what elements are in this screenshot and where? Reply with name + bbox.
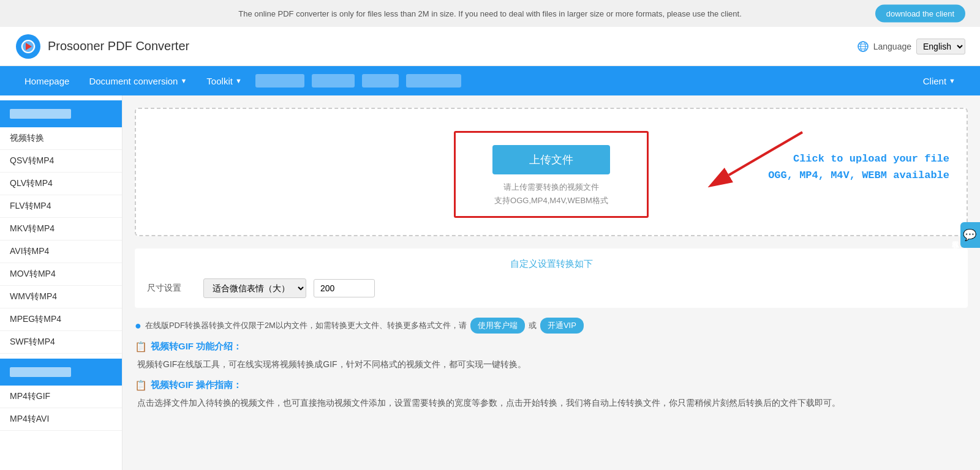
nav-document-conversion[interactable]: Document conversion ▼ (79, 66, 197, 95)
nav-blurred-4[interactable] (406, 74, 461, 88)
red-outline-box: 上传文件 请上传需要转换的视频文件 支持OGG,MP4,M4V,WEBM格式 (454, 131, 649, 218)
size-value-input[interactable] (314, 279, 375, 297)
sidebar-item-flv-mp4[interactable]: FLV转MP4 (0, 195, 122, 218)
notice-bar: ● 在线版PDF转换器转换文件仅限于2M以内文件，如需转换更大文件、转换更多格式… (135, 318, 968, 334)
globe-icon (858, 41, 869, 52)
feature2-desc: 点击选择文件加入待转换的视频文件，也可直接拖动视频文件添加，设置需要转换的宽度等… (135, 396, 968, 411)
nav-document-conversion-arrow: ▼ (180, 77, 187, 84)
sidebar-item-video-conversion[interactable]: 视频转换 (0, 127, 122, 150)
upload-hint1: 请上传需要转换的视频文件 (492, 182, 610, 193)
navbar: Homepage Document conversion ▼ Toolkit ▼… (0, 66, 980, 95)
feature1-desc: 视频转GIF在线版工具，可在线实现将视频转换成GIF，针对不同格式的视频文件，都… (135, 357, 968, 372)
feature2-icon: 📋 (135, 379, 147, 391)
language-selector: Language English 中文 (858, 39, 965, 54)
notice-dot: ● (135, 319, 141, 332)
size-label: 尺寸设置 (147, 283, 196, 294)
nav-client[interactable]: Client ▼ (913, 66, 965, 95)
sidebar-header-blurred (10, 109, 71, 119)
main-layout: 视频转换 QSV转MP4 QLV转MP4 FLV转MP4 MKV转MP4 AVI… (0, 95, 980, 470)
sidebar-item-mkv-mp4[interactable]: MKV转MP4 (0, 218, 122, 241)
language-label: Language (873, 42, 911, 51)
nav-blurred-2[interactable] (312, 74, 355, 88)
feature1-icon: 📋 (135, 341, 147, 352)
language-select[interactable]: English 中文 (916, 39, 965, 54)
nav-homepage[interactable]: Homepage (15, 66, 79, 95)
sidebar-item-mp4-avi[interactable]: MP4转AVI (0, 408, 122, 431)
banner-message: The online PDF converter is only for fil… (238, 9, 742, 18)
sidebar-item-mov-mp4[interactable]: MOV转MP4 (0, 263, 122, 286)
upload-box: 上传文件 请上传需要转换的视频文件 支持OGG,MP4,M4V,WEBM格式 (135, 108, 968, 236)
chat-widget[interactable]: 💬 在线客服 (960, 222, 980, 248)
sidebar-item-mpeg-mp4[interactable]: MPEG转MP4 (0, 308, 122, 331)
logo-icon (15, 33, 42, 60)
logo-text: Prosooner PDF Converter (48, 39, 189, 53)
settings-row: 尺寸设置 适合微信表情（大） (147, 278, 956, 298)
sidebar-item-qlv-mp4[interactable]: QLV转MP4 (0, 173, 122, 195)
upload-hint2: 支持OGG,MP4,M4V,WEBM格式 (492, 195, 610, 206)
notice-text: 在线版PDF转换器转换文件仅限于2M以内文件，如需转换更大文件、转换更多格式文件… (145, 320, 467, 331)
chat-icon: 💬 (963, 228, 976, 242)
sidebar-bottom-blurred (10, 367, 71, 377)
header: Prosooner PDF Converter Language English… (0, 27, 980, 66)
client-button[interactable]: 使用客户端 (470, 318, 525, 334)
notice-or: 或 (529, 320, 537, 331)
upload-annotation-container: 上传文件 请上传需要转换的视频文件 支持OGG,MP4,M4V,WEBM格式 (135, 108, 968, 236)
logo: Prosooner PDF Converter (15, 33, 189, 60)
sidebar-bottom-header (0, 359, 122, 386)
sidebar-top-header (0, 100, 122, 127)
feature1-section: 📋 视频转GIF 功能介绍： 视频转GIF在线版工具，可在线实现将视频转换成GI… (135, 341, 968, 372)
nav-blurred-3[interactable] (362, 74, 399, 88)
sidebar-item-avi-mp4[interactable]: AVI转MP4 (0, 241, 122, 263)
feature2-section: 📋 视频转GIF 操作指南： 点击选择文件加入待转换的视频文件，也可直接拖动视频… (135, 379, 968, 411)
feature2-title: 📋 视频转GIF 操作指南： (135, 379, 968, 391)
download-client-button[interactable]: download the client (875, 5, 965, 23)
upload-button[interactable]: 上传文件 (492, 145, 610, 174)
top-banner: The online PDF converter is only for fil… (0, 0, 980, 27)
nav-toolkit[interactable]: Toolkit ▼ (197, 66, 251, 95)
sidebar-item-wmv-mp4[interactable]: WMV转MP4 (0, 286, 122, 308)
size-select[interactable]: 适合微信表情（大） (203, 278, 306, 298)
settings-title: 自定义设置转换如下 (147, 258, 956, 270)
content-area: 上传文件 请上传需要转换的视频文件 支持OGG,MP4,M4V,WEBM格式 (123, 95, 980, 470)
settings-section: 自定义设置转换如下 尺寸设置 适合微信表情（大） (135, 248, 968, 308)
vip-button[interactable]: 开通VIP (540, 318, 584, 334)
sidebar-item-qsv-mp4[interactable]: QSV转MP4 (0, 150, 122, 173)
sidebar-item-mp4-gif[interactable]: MP4转GIF (0, 386, 122, 408)
sidebar: 视频转换 QSV转MP4 QLV转MP4 FLV转MP4 MKV转MP4 AVI… (0, 95, 123, 470)
nav-client-arrow: ▼ (949, 77, 956, 84)
sidebar-item-swf-mp4[interactable]: SWF转MP4 (0, 331, 122, 354)
feature1-title: 📋 视频转GIF 功能介绍： (135, 341, 968, 352)
nav-blurred-1[interactable] (255, 74, 304, 88)
nav-toolkit-arrow: ▼ (235, 77, 242, 84)
